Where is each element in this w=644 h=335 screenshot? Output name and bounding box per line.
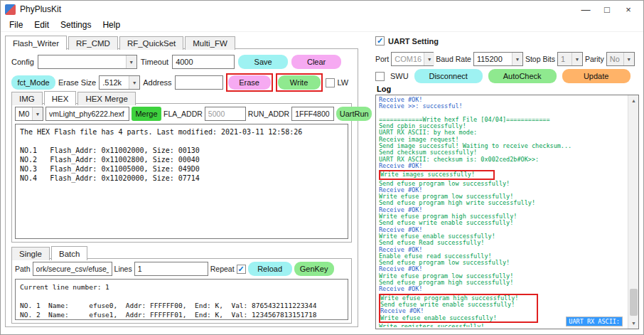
baud-rate-select[interactable]: 115200 ▼ <box>473 52 523 66</box>
minimize-button[interactable]: — <box>575 1 596 17</box>
chevron-down-icon: ▼ <box>129 76 139 89</box>
run-addr-input[interactable] <box>291 107 334 121</box>
lines-input[interactable] <box>134 262 208 276</box>
close-button[interactable]: × <box>618 1 639 17</box>
title-bar: PhyPlusKit — □ × <box>1 1 643 18</box>
erase-size-label: Erase Size <box>58 78 96 87</box>
chevron-down-icon: ▼ <box>512 53 522 65</box>
config-select[interactable]: ▼ <box>38 55 137 69</box>
port-label: Port <box>375 55 389 63</box>
text-line: NO.4 Flash_Addr: 0x11020000, Size: 07714 <box>20 174 343 183</box>
tab-rf-cmd[interactable]: RF_CMD <box>68 36 118 50</box>
run-addr-label: RUN_ADDR <box>248 110 289 118</box>
tab-hex[interactable]: HEX <box>44 91 77 105</box>
lines-label: Lines <box>114 265 132 273</box>
tab-hex-merge[interactable]: HEX Merge <box>77 92 135 105</box>
repeat-label: Repeat <box>210 265 235 273</box>
tab-single[interactable]: Single <box>11 247 50 260</box>
hex-file-input[interactable] <box>45 107 129 121</box>
log-highlight-box: Write images successfully! <box>379 170 495 179</box>
write-button[interactable]: Write <box>278 75 321 90</box>
swu-label: SWU <box>390 72 409 80</box>
log-lines: Receive #OK!Receive >>: successful! ====… <box>379 97 626 327</box>
lw-checkbox[interactable] <box>326 78 335 87</box>
timeout-input[interactable] <box>172 55 235 69</box>
repeat-checkbox[interactable] <box>237 265 246 274</box>
address-input[interactable] <box>175 75 223 90</box>
uart-setting-checkbox[interactable] <box>375 36 385 46</box>
erase-size-select[interactable]: .512k ▼ <box>99 75 140 90</box>
window-controls: — □ × <box>575 1 639 17</box>
log-line: Write efuse enable successfully! <box>380 315 518 321</box>
tab-batch[interactable]: Batch <box>51 246 87 260</box>
app-icon <box>5 4 16 15</box>
batch-info-textarea[interactable]: Current line number: 1 NO. 1 Name: efuse… <box>15 279 348 320</box>
stop-bits-select[interactable]: 1 ▼ <box>557 52 583 66</box>
genkey-button[interactable]: GenKey <box>294 262 334 276</box>
log-line: Receive #OK! <box>379 163 626 169</box>
hex-panel: M0 ▼ Merge FLA_ADDR RUN_ADDR UartRun The… <box>11 103 352 243</box>
tab-multi-fw[interactable]: Multi_FW <box>185 36 235 50</box>
text-line <box>20 292 343 301</box>
text-line: The HEX Flash file has 4 parts. Last mod… <box>20 127 343 137</box>
text-line <box>20 137 343 146</box>
log-textarea[interactable]: Receive #OK!Receive >>: successful! ====… <box>375 95 639 329</box>
address-label: Address <box>143 78 171 87</box>
scroll-up-icon[interactable]: ▲ <box>628 95 639 106</box>
config-label: Config <box>11 58 34 66</box>
port-select[interactable]: COM16 ▼ <box>391 52 434 66</box>
uart-setting-label: UART Setting <box>388 37 439 46</box>
merge-button[interactable]: Merge <box>132 107 161 121</box>
stop-bits-label: Stop Bits <box>525 55 555 63</box>
parity-label: Parity <box>585 55 604 63</box>
tab-img[interactable]: IMG <box>11 92 43 105</box>
menu-settings[interactable]: Settings <box>55 18 97 31</box>
flash-writer-panel: Config ▼ Timeout Save Clear fct_Mode Era… <box>5 48 358 327</box>
tab-rf-quickset[interactable]: RF_QuickSet <box>119 36 183 50</box>
path-input[interactable] <box>33 262 112 276</box>
scroll-down-icon[interactable]: ▼ <box>628 318 639 329</box>
chevron-down-icon: ▼ <box>623 53 634 65</box>
text-line: Current line number: 1 <box>20 282 343 292</box>
uartrun-button[interactable]: UartRun <box>336 107 372 121</box>
timeout-label: Timeout <box>141 58 168 66</box>
autocheck-button[interactable]: AutoCheck <box>488 69 557 83</box>
menu-edit[interactable]: Edit <box>28 18 55 31</box>
path-label: Path <box>15 265 31 273</box>
chevron-down-icon: ▼ <box>32 107 43 120</box>
log-line: Write images successfully! <box>380 171 475 178</box>
maximize-button[interactable]: □ <box>596 1 618 17</box>
swu-checkbox[interactable] <box>375 72 385 81</box>
text-line: NO. 2 Name: efuse1, Addr: FFFFFF01, End:… <box>20 310 343 319</box>
app-window: PhyPlusKit — □ × FileEditSettingsHelp Fl… <box>0 0 644 335</box>
save-button[interactable]: Save <box>238 55 288 69</box>
fla-addr-label: FLA_ADDR <box>163 110 203 118</box>
log-selected-text: UART RX ASCII: <box>566 317 623 326</box>
update-button[interactable]: Update <box>562 69 630 83</box>
menu-help[interactable]: Help <box>97 18 126 31</box>
batch-panel: Path Lines Repeat Reload GenKey Current … <box>11 258 352 324</box>
log-line: Receive >>: successful! <box>379 103 626 110</box>
mcu-select[interactable]: M0 ▼ <box>15 107 43 121</box>
reload-button[interactable]: Reload <box>248 262 292 276</box>
disconnect-button[interactable]: Disconnect <box>414 69 483 83</box>
log-highlight-box: Write efuse program high successfully!Se… <box>379 294 538 323</box>
tab-flash-writer[interactable]: Flash_Writer <box>5 36 67 50</box>
text-line: NO.2 Flash_Addr: 0x11002800, Size: 00040 <box>20 155 343 164</box>
baud-rate-label: Baud Rate <box>436 55 471 63</box>
menu-file[interactable]: File <box>4 18 28 31</box>
text-line: NO.1 Flash_Addr: 0x11002000, Size: 00130 <box>20 146 343 155</box>
text-line: NO. 1 Name: efuse0, Addr: FFFFFF00, End:… <box>20 301 343 310</box>
main-tabs: Flash_WriterRF_CMDRF_QuickSetMulti_FW <box>5 35 237 49</box>
hex-info-textarea[interactable]: The HEX Flash file has 4 parts. Last mod… <box>15 124 348 239</box>
scrollbar-thumb[interactable] <box>630 289 638 316</box>
erase-button[interactable]: Erase <box>228 75 271 90</box>
parity-select[interactable]: No ▼ <box>606 52 635 66</box>
log-scrollbar[interactable]: ▲ ▼ <box>628 95 638 329</box>
lw-label: LW <box>338 78 349 87</box>
clear-button[interactable]: Clear <box>291 55 341 69</box>
fct-mode-button[interactable]: fct_Mode <box>11 75 55 90</box>
fla-addr-input[interactable] <box>205 107 246 121</box>
chevron-down-icon: ▼ <box>424 53 434 65</box>
chevron-down-icon: ▼ <box>126 55 136 68</box>
